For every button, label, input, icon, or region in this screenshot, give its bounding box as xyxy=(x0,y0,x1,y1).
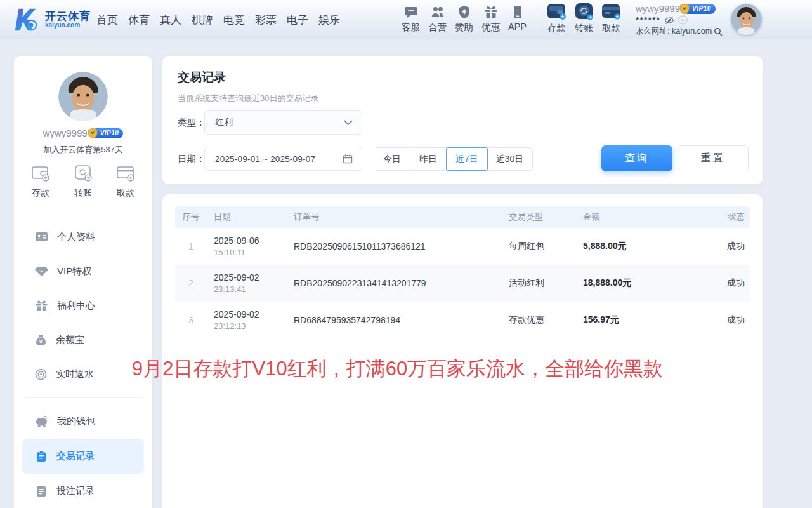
utility-label: 赞助 xyxy=(455,22,473,34)
nav-item-sports[interactable]: 体育 xyxy=(128,13,150,27)
reset-button[interactable]: 重置 xyxy=(678,145,749,171)
wallet-label: 转账 xyxy=(575,22,593,34)
sidebar-item-yuebao[interactable]: 余额宝 xyxy=(14,323,152,357)
row-seq: 3 xyxy=(175,315,207,325)
col-header-amount: 金额 xyxy=(583,211,716,223)
transfer-outline-icon xyxy=(73,164,93,183)
vip-gem-icon xyxy=(35,265,48,277)
type-filter-label: 类型： xyxy=(178,110,206,135)
sidebar-transfer-button[interactable]: 转账 xyxy=(73,164,93,199)
row-time: 23:12:13 xyxy=(214,321,294,331)
vip-shield-icon xyxy=(679,3,690,15)
range-today-button[interactable]: 今日 xyxy=(374,148,410,170)
sponsor-icon xyxy=(457,4,472,20)
query-button[interactable]: 查询 xyxy=(601,145,672,171)
date-range-input[interactable]: 2025-09-01 ~ 2025-09-07 xyxy=(204,147,362,171)
avatar-photo xyxy=(731,4,762,35)
nav-item-esports[interactable]: 电竞 xyxy=(223,13,245,27)
page-subtitle: 当前系统支持查询最近30日的交易记录 xyxy=(178,93,318,104)
menu-label: 福利中心 xyxy=(57,300,95,312)
brand-logo[interactable]: 开云体育 kaiyun.com xyxy=(11,5,91,34)
chevron-down-icon xyxy=(344,120,353,126)
avatar-large[interactable] xyxy=(58,72,108,121)
quick-action-label: 转账 xyxy=(74,187,92,199)
col-header-type: 交易类型 xyxy=(509,211,583,223)
brand-domain: kaiyun.com xyxy=(45,22,91,29)
partners-icon xyxy=(430,4,445,20)
piggy-bank-icon xyxy=(35,415,48,427)
withdraw-button[interactable]: 取款 xyxy=(601,3,621,34)
deposit-button[interactable]: 存款 xyxy=(547,3,566,34)
quick-action-label: 存款 xyxy=(32,187,49,199)
avatar[interactable] xyxy=(731,4,762,35)
brand-name: 开云体育 xyxy=(45,11,91,22)
transactions-table-card: 序号 日期 订单号 交易类型 金额 状态 1 2025-09-06 15:10:… xyxy=(162,194,763,508)
main-nav: 首页 体育 真人 棋牌 电竞 彩票 电子 娱乐 xyxy=(96,0,340,39)
menu-label: VIP特权 xyxy=(57,265,91,277)
sidebar-item-wallet[interactable]: 我的钱包 xyxy=(14,404,152,439)
type-select-value: 红利 xyxy=(215,117,233,128)
row-status: 成功 xyxy=(716,314,750,326)
customer-service-button[interactable]: 客服 xyxy=(402,4,420,34)
row-transaction-type: 活动红利 xyxy=(509,277,583,289)
menu-label: 交易记录 xyxy=(56,450,95,462)
top-header: 开云体育 kaiyun.com 首页 体育 真人 棋牌 电竞 彩票 电子 娱乐 … xyxy=(0,0,812,39)
col-header-seq: 序号 xyxy=(175,211,207,223)
row-status: 成功 xyxy=(716,277,750,289)
sidebar-item-welfare[interactable]: 福利中心 xyxy=(14,288,152,323)
col-header-status: 状态 xyxy=(716,211,750,223)
range-yesterday-button[interactable]: 昨日 xyxy=(410,148,447,170)
chat-icon xyxy=(403,4,419,20)
sidebar-menu-secondary: 我的钱包 交易记录 投注记录 xyxy=(14,404,152,508)
nav-item-slots[interactable]: 电子 xyxy=(287,13,308,27)
join-days-text: 加入开云体育第537天 xyxy=(14,144,152,156)
row-time: 23:13:41 xyxy=(214,284,294,294)
nav-item-live[interactable]: 真人 xyxy=(160,13,181,27)
sidebar-item-profile[interactable]: 个人资料 xyxy=(14,220,152,254)
nav-item-chess[interactable]: 棋牌 xyxy=(192,13,213,27)
sidebar-vip-badge: VIP10 xyxy=(91,128,124,138)
row-date: 2025-09-02 xyxy=(214,309,294,319)
user-info-block: wywy9999 VIP10 ****** 永久网址: kaiyu xyxy=(636,3,731,37)
chevron-circle-icon[interactable] xyxy=(678,15,688,25)
nav-item-entertainment[interactable]: 娱乐 xyxy=(318,13,340,27)
vip-shield-icon xyxy=(87,128,98,139)
menu-label: 余额宝 xyxy=(56,334,84,346)
sidebar-withdraw-button[interactable]: 取款 xyxy=(115,164,136,199)
welfare-gift-icon xyxy=(35,300,48,312)
nav-item-home[interactable]: 首页 xyxy=(96,13,118,27)
profile-sidebar: wywy9999 VIP10 加入开云体育第537天 存款 xyxy=(14,56,152,508)
balance-mask-text: ****** xyxy=(636,15,660,25)
range-30days-button[interactable]: 近30日 xyxy=(487,148,533,170)
sidebar-quick-actions: 存款 转账 取款 xyxy=(14,164,152,199)
sidebar-item-vip[interactable]: VIP特权 xyxy=(14,254,152,288)
wallet-label: 取款 xyxy=(602,22,620,34)
id-card-icon xyxy=(35,231,48,243)
col-header-date: 日期 xyxy=(207,211,294,223)
partners-button[interactable]: 合营 xyxy=(428,4,447,34)
kaiyun-logo-icon xyxy=(11,5,41,34)
search-icon[interactable] xyxy=(714,27,723,36)
sidebar-item-bet-records[interactable]: 投注记录 xyxy=(14,474,152,508)
date-filter-label: 日期： xyxy=(178,147,206,171)
type-select[interactable]: 红利 xyxy=(204,110,362,135)
deposit-app-icon xyxy=(547,3,566,20)
transfer-button[interactable]: 转账 xyxy=(574,3,594,34)
sidebar-deposit-button[interactable]: 存款 xyxy=(30,164,51,199)
eye-off-icon[interactable] xyxy=(664,16,674,25)
menu-label: 投注记录 xyxy=(56,485,95,497)
sidebar-item-transactions[interactable]: 交易记录 xyxy=(22,439,144,474)
table-row: 3 2025-09-02 23:12:13 RD6884795935742798… xyxy=(175,302,750,338)
menu-label: 我的钱包 xyxy=(57,415,95,427)
app-download-button[interactable]: APP xyxy=(508,4,527,34)
utility-label: 合营 xyxy=(428,22,447,34)
row-date: 2025-09-02 xyxy=(214,272,294,283)
nav-item-lottery[interactable]: 彩票 xyxy=(255,13,277,27)
sponsor-button[interactable]: 赞助 xyxy=(455,4,473,34)
sidebar-vip-text: VIP10 xyxy=(100,130,119,137)
card-outline-icon xyxy=(115,164,136,183)
promotions-button[interactable]: 优惠 xyxy=(481,4,500,34)
range-7days-button[interactable]: 近7日 xyxy=(446,147,488,171)
vip-level-text: VIP10 xyxy=(692,5,711,12)
permanent-url-text: 永久网址: kaiyun.com xyxy=(636,26,712,37)
